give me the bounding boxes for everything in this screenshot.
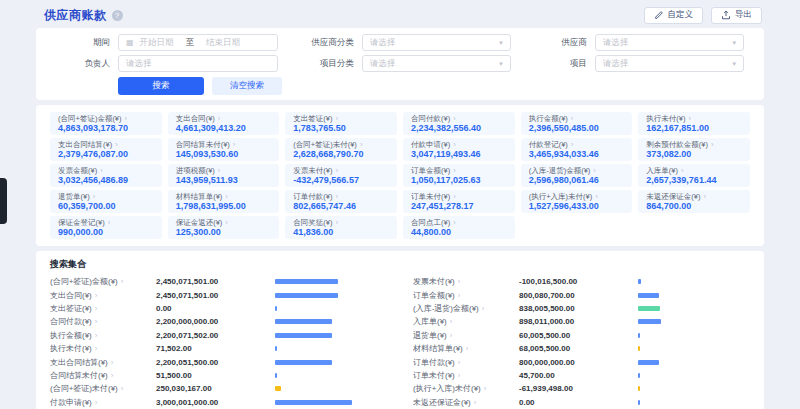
- row-bar: [638, 400, 640, 405]
- metric-card[interactable]: (合同+签证)金额(¥) › 4,863,093,178.70: [50, 112, 162, 135]
- bar-zone: [275, 400, 387, 405]
- metric-card[interactable]: 发票未付(¥) › -432,479,566.57: [285, 164, 397, 187]
- metric-card[interactable]: 保证金登记(¥) › 990,000.00: [50, 216, 162, 239]
- chevron-right-icon: ›: [453, 114, 456, 123]
- metric-label: (合同+签证)未付(¥): [293, 140, 357, 149]
- metric-card[interactable]: 进项税额(¥) › 143,959,511.93: [168, 164, 280, 187]
- row-value: 800,000,000.00: [519, 358, 575, 367]
- bar-zone: [638, 360, 750, 365]
- metric-label: 保证金登记(¥): [58, 218, 105, 227]
- detail-row-link[interactable]: 支出签证(¥) ›: [50, 303, 156, 314]
- detail-row-link[interactable]: (合同+签证)未付(¥) ›: [50, 383, 156, 394]
- supplier-category-select[interactable]: 请选择 ▾: [362, 34, 511, 51]
- filter-supplier: 供应商 请选择 ▾: [533, 33, 744, 52]
- row-bar: [638, 386, 640, 391]
- metric-card[interactable]: 发票金额(¥) › 3,032,456,486.89: [50, 164, 162, 187]
- owner-select[interactable]: 请选择: [118, 55, 278, 72]
- metric-card[interactable]: 材料结算单(¥) › 1,798,631,995.00: [168, 190, 280, 213]
- chevron-right-icon: ›: [225, 218, 228, 227]
- detail-row-link[interactable]: 支出合同(¥) ›: [50, 290, 156, 301]
- metric-card[interactable]: 剩余预付款金额(¥) › 373,082.00: [638, 138, 750, 161]
- detail-row-link[interactable]: 退货单(¥) ›: [413, 330, 519, 341]
- row-value: 45,700.00: [519, 371, 555, 380]
- detail-row-link[interactable]: 发票未付(¥) ›: [413, 276, 519, 287]
- row-bar: [275, 373, 277, 378]
- customize-button[interactable]: 自定义: [644, 7, 704, 24]
- detail-row-link[interactable]: 入库单(¥) ›: [413, 316, 519, 327]
- chevron-right-icon: ›: [95, 331, 98, 340]
- chevron-right-icon: ›: [95, 398, 98, 407]
- row-label: (合同+签证)金额(¥): [50, 276, 118, 287]
- metric-card[interactable]: 支出签证(¥) › 1,783,765.50: [285, 112, 397, 135]
- drawer-handle[interactable]: [0, 178, 7, 224]
- supplier-select[interactable]: 请选择 ▾: [595, 34, 744, 51]
- metric-card[interactable]: (入库-退货)金额(¥) › 2,596,980,061.46: [521, 164, 633, 187]
- detail-row: 支出签证(¥) › 0.00: [50, 302, 387, 315]
- detail-row-link[interactable]: 合同结算未付(¥) ›: [50, 370, 156, 381]
- metric-card[interactable]: 付款登记(¥) › 3,465,934,033.46: [521, 138, 633, 161]
- detail-row-link[interactable]: (执行+入库)未付(¥) ›: [413, 383, 519, 394]
- metric-card[interactable]: 付款申请(¥) › 3,047,119,493.46: [403, 138, 515, 161]
- metric-value: 864,700.00: [646, 201, 742, 212]
- bar-zone: [275, 360, 387, 365]
- row-bar: [275, 400, 352, 405]
- detail-col-right: 发票未付(¥) › -100,016,500.00 订单金额(¥) › 800,…: [413, 275, 750, 409]
- metric-card[interactable]: 合同结算未付(¥) › 145,093,530.60: [168, 138, 280, 161]
- period-daterange[interactable]: ▦ 开始日期 至 结束日期: [118, 34, 278, 51]
- detail-row-link[interactable]: 执行金额(¥) ›: [50, 330, 156, 341]
- metric-card[interactable]: 合同点工(¥) › 44,800.00: [403, 216, 515, 239]
- detail-row-link[interactable]: 未返还保证金(¥) ›: [413, 397, 519, 408]
- metric-card[interactable]: 合同奖惩(¥) › 41,836.00: [285, 216, 397, 239]
- metric-card[interactable]: (执行+入库)未付(¥) › 1,527,596,433.00: [521, 190, 633, 213]
- detail-row-link[interactable]: 执行未付(¥) ›: [50, 343, 156, 354]
- project-category-select[interactable]: 请选择 ▾: [362, 55, 511, 72]
- detail-row-link[interactable]: 订单付款(¥) ›: [413, 357, 519, 368]
- row-label: 订单付款(¥): [413, 357, 455, 368]
- metric-card[interactable]: 支出合同结算(¥) › 2,379,476,087.00: [50, 138, 162, 161]
- bar-zone: [275, 346, 387, 351]
- detail-row: 付款申请(¥) › 3,000,001,000.00: [50, 396, 387, 409]
- detail-row-link[interactable]: (入库-退货)金额(¥) ›: [413, 303, 519, 314]
- metric-card[interactable]: 退货单(¥) › 60,359,700.00: [50, 190, 162, 213]
- detail-row-link[interactable]: (合同+签证)金额(¥) ›: [50, 276, 156, 287]
- metric-card[interactable]: 支出合同(¥) › 4,661,309,413.20: [168, 112, 280, 135]
- chevron-right-icon: ›: [571, 114, 574, 123]
- metric-card[interactable]: 合同付款(¥) › 2,234,382,556.40: [403, 112, 515, 135]
- row-label: (入库-退货)金额(¥): [413, 303, 479, 314]
- metric-card[interactable]: 执行金额(¥) › 2,396,550,485.00: [521, 112, 633, 135]
- metric-card[interactable]: 订单付款(¥) › 802,665,747.46: [285, 190, 397, 213]
- export-button[interactable]: 导出: [711, 7, 762, 24]
- metric-value: 2,657,339,761.44: [646, 175, 742, 186]
- project-select[interactable]: 请选择 ▾: [595, 55, 744, 72]
- row-value: 838,005,500.00: [519, 304, 575, 313]
- row-value: 3,000,001,000.00: [156, 398, 218, 407]
- chevron-right-icon: ›: [218, 114, 221, 123]
- metric-value: 60,359,700.00: [58, 201, 154, 212]
- metric-value: 4,661,309,413.20: [176, 123, 272, 134]
- detail-row-link[interactable]: 合同付款(¥) ›: [50, 316, 156, 327]
- search-button[interactable]: 搜索: [118, 77, 204, 95]
- metric-card[interactable]: 入库单(¥) › 2,657,339,761.44: [638, 164, 750, 187]
- metric-card[interactable]: 执行未付(¥) › 162,167,851.00: [638, 112, 750, 135]
- metric-card[interactable]: 订单未付(¥) › 247,451,278.17: [403, 190, 515, 213]
- chevron-right-icon: ›: [95, 317, 98, 326]
- clear-search-button[interactable]: 清空搜索: [212, 77, 282, 95]
- chevron-right-icon: ›: [93, 192, 96, 201]
- detail-row-link[interactable]: 订单未付(¥) ›: [413, 370, 519, 381]
- metric-card[interactable]: 未返还保证金(¥) › 864,700.00: [638, 190, 750, 213]
- metric-card[interactable]: 订单金额(¥) › 1,050,117,025.63: [403, 164, 515, 187]
- detail-row-link[interactable]: 付款申请(¥) ›: [50, 397, 156, 408]
- metric-card[interactable]: (合同+签证)未付(¥) › 2,628,668,790.70: [285, 138, 397, 161]
- row-value: 898,011,000.00: [519, 317, 574, 326]
- date-separator: 至: [186, 37, 195, 49]
- metric-value: -432,479,566.57: [293, 175, 389, 186]
- detail-row-link[interactable]: 订单金额(¥) ›: [413, 290, 519, 301]
- chevron-right-icon: ›: [571, 140, 574, 149]
- detail-row-link[interactable]: 材料结算单(¥) ›: [413, 343, 519, 354]
- chevron-right-icon: ›: [115, 140, 118, 149]
- help-icon[interactable]: ?: [112, 10, 123, 21]
- metric-label: 发票未付(¥): [293, 166, 332, 175]
- metric-card[interactable]: 保证金返还(¥) › 125,300.00: [168, 216, 280, 239]
- row-bar: [275, 386, 281, 391]
- detail-row-link[interactable]: 支出合同结算(¥) ›: [50, 357, 156, 368]
